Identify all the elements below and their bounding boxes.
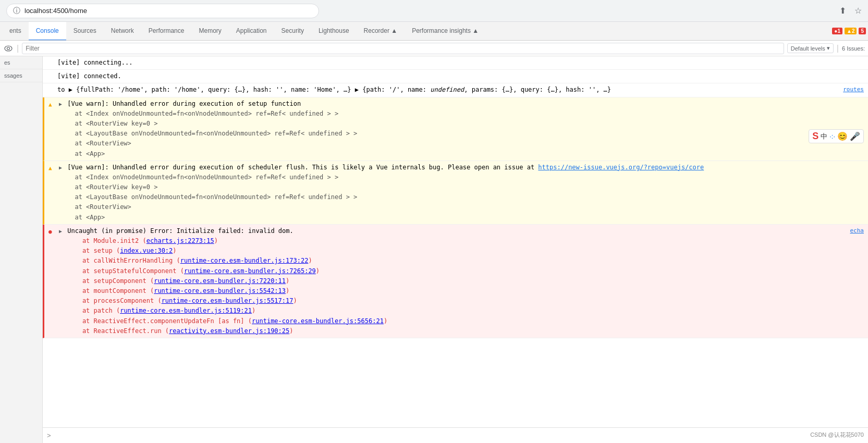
tab-lighthouse-label: Lighthouse: [319, 27, 349, 34]
console-log: [vite] connecting... [vite] connected. t…: [43, 56, 868, 427]
browser-actions: ⬆ ☆: [839, 6, 862, 16]
tab-sources[interactable]: Sources: [66, 22, 104, 41]
tab-application-label: Application: [236, 27, 267, 34]
url-text: localhost:4500/home: [25, 7, 87, 15]
csdn-s-icon: S: [812, 131, 818, 142]
stack-link-6[interactable]: runtime-core.esm-bundler.js:5542:13: [154, 287, 286, 294]
tab-security-label: Security: [282, 27, 304, 34]
tab-elements-label: ents: [9, 27, 21, 34]
log-error-invalid-dom: ● ▶ Uncaught (in promise) Error: Initial…: [43, 225, 868, 338]
error-badge: ● 1: [832, 28, 842, 34]
warning-icon-1: ▲: [48, 100, 52, 109]
tab-network-label: Network: [111, 27, 134, 34]
stack-link-1[interactable]: echarts.js:2273:15: [146, 237, 214, 244]
tab-performance-insights[interactable]: Performance insights ▲: [405, 22, 486, 41]
tab-performance[interactable]: Performance: [141, 22, 192, 41]
stack-link-9[interactable]: runtime-core.esm-bundler.js:5656:21: [252, 317, 384, 325]
csdn-zh-icon: 中: [821, 132, 827, 141]
tab-console[interactable]: Console: [29, 22, 66, 41]
filter-input[interactable]: [22, 43, 784, 54]
expand-arrow-1[interactable]: ▶: [59, 101, 62, 107]
stack-link-2[interactable]: index.vue:30:2: [120, 247, 173, 254]
extension-overlay: S 中 ·:· 😊 🎤: [809, 129, 864, 143]
stack-link-4[interactable]: runtime-core.esm-bundler.js:7265:29: [184, 267, 316, 275]
log-vite-connected: [vite] connected.: [43, 70, 868, 83]
svg-point-1: [7, 47, 10, 50]
chevron-down-icon: ▾: [827, 45, 830, 52]
error-icon: ●: [48, 227, 52, 237]
csdn-mic-icon: 🎤: [850, 131, 860, 141]
console-input-bar: >: [43, 427, 868, 443]
warning-badge: ▲ 2: [845, 28, 857, 34]
tab-elements[interactable]: ents: [2, 22, 29, 41]
tab-recorder-label: Recorder ▲: [364, 27, 398, 34]
stack-link-8[interactable]: runtime-core.esm-bundler.js:5119:21: [120, 307, 252, 314]
stack-link-3[interactable]: runtime-core.esm-bundler.js:173:22: [180, 257, 309, 264]
left-sidebar: es ssages: [0, 56, 43, 443]
csdn-emoji-icon: 😊: [837, 131, 848, 141]
default-levels-dropdown[interactable]: Default levels ▾: [787, 43, 834, 53]
console-toolbar: | Default levels ▾ | 6 Issues:: [0, 41, 868, 56]
tab-memory[interactable]: Memory: [191, 22, 228, 41]
echarts-link[interactable]: echa: [850, 226, 864, 236]
prompt-symbol: >: [47, 432, 51, 439]
watermark: CSDN @认花花5070: [810, 431, 864, 439]
tab-network[interactable]: Network: [104, 22, 141, 41]
csdn-dot-icon: ·:·: [829, 132, 835, 140]
stack-link-5[interactable]: runtime-core.esm-bundler.js:7220:11: [154, 277, 286, 285]
expand-arrow-3[interactable]: ▶: [59, 228, 62, 234]
tab-lighthouse[interactable]: Lighthouse: [311, 22, 357, 41]
url-bar[interactable]: ⓘ localhost:4500/home: [6, 4, 319, 18]
stack-link-10[interactable]: reactivity.esm-bundler.js:190:25: [169, 327, 289, 335]
issues-badge-small: 5: [859, 28, 866, 34]
tab-bar: ents Console Sources Network Performance…: [0, 22, 868, 41]
log-vue-warn-1: ▲ ▶ [Vue warn]: Unhandled error during e…: [43, 97, 868, 161]
tab-security[interactable]: Security: [274, 22, 311, 41]
browser-chrome: ⓘ localhost:4500/home ⬆ ☆: [0, 0, 868, 22]
log-vue-warn-2: ▲ ▶ [Vue warn]: Unhandled error during e…: [43, 161, 868, 225]
vue-issue-link[interactable]: https://new-issue.vuejs.org/?repo=vuejs/…: [538, 164, 704, 171]
page-icon: ⓘ: [13, 6, 20, 16]
stack-link-7[interactable]: runtime-core.esm-bundler.js:5517:17: [162, 297, 294, 304]
tab-recorder[interactable]: Recorder ▲: [357, 22, 405, 41]
log-route-nav: to ▶ {fullPath: '/home', path: '/home', …: [43, 83, 868, 97]
tab-sources-label: Sources: [74, 27, 96, 34]
star-icon[interactable]: ☆: [854, 6, 862, 16]
tab-application[interactable]: Application: [229, 22, 274, 41]
svg-point-0: [5, 46, 12, 51]
devtools-panel: ents Console Sources Network Performance…: [0, 22, 868, 443]
issues-count-label[interactable]: 6 Issues:: [842, 45, 865, 52]
warning-icon-2: ▲: [48, 164, 52, 173]
console-content: es ssages [vite] connecting... [vite] co…: [0, 56, 868, 443]
tab-console-label: Console: [36, 27, 59, 34]
share-icon[interactable]: ⬆: [839, 6, 846, 16]
tab-performance-label: Performance: [149, 27, 185, 34]
expand-arrow-2[interactable]: ▶: [59, 165, 62, 170]
sidebar-item-es[interactable]: es: [0, 56, 42, 69]
tab-performance-insights-label: Performance insights ▲: [412, 27, 479, 34]
eye-button[interactable]: [3, 43, 14, 54]
tab-memory-label: Memory: [199, 27, 221, 34]
route-link[interactable]: routes: [843, 85, 864, 94]
log-vite-connecting: [vite] connecting...: [43, 56, 868, 70]
sidebar-item-ssages[interactable]: ssages: [0, 69, 42, 82]
console-input-field[interactable]: [54, 432, 864, 439]
